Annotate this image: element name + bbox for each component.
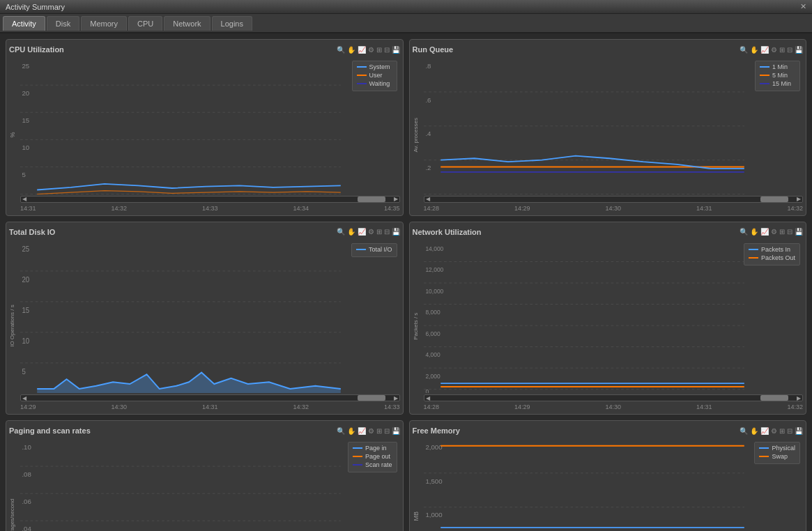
mem-y-label: MB: [413, 439, 424, 531]
disk-io-panel: Total Disk IO 🔍 ✋ 📈 ⚙ ⊞ ⊟ 💾 IO Operation…: [6, 222, 404, 415]
save-icon[interactable]: 💾: [392, 46, 400, 54]
tab-memory[interactable]: Memory: [81, 16, 127, 31]
mem-legend-swap: Swap: [759, 453, 795, 460]
mem-panel-header: Free Memory 🔍 ✋ 📈 ⚙ ⊞ ⊟ 💾: [413, 424, 804, 438]
dio-svg: 25 20 15 10 5 0: [20, 240, 400, 394]
pag-detach-icon[interactable]: ⊟: [384, 427, 390, 435]
tab-activity[interactable]: Activity: [3, 16, 45, 31]
rq-detach-icon[interactable]: ⊟: [787, 46, 792, 54]
cpu-legend-waiting: Waiting: [357, 80, 392, 87]
dio-x-1: 14:30: [111, 403, 127, 410]
mem-zoom-icon[interactable]: 🔍: [740, 427, 748, 435]
rq-15min-label: 15 Min: [772, 80, 791, 87]
dio-zoom-icon[interactable]: 🔍: [337, 228, 345, 236]
cpu-utilization-panel: CPU Utilization 🔍 ✋ 📈 ⚙ ⊞ ⊟ 💾 %: [6, 39, 404, 216]
cpu-scroll-thumb[interactable]: [358, 197, 385, 202]
dio-scroll-thumb[interactable]: [358, 395, 385, 401]
rq-x-4: 14:32: [787, 205, 803, 212]
pag-filter-icon[interactable]: ⚙: [368, 427, 374, 435]
net-scrollbar[interactable]: ◀ ▶: [424, 394, 804, 401]
tab-disk[interactable]: Disk: [47, 16, 79, 31]
cpu-legend-system: System: [357, 63, 392, 70]
tab-logins[interactable]: Logins: [212, 16, 252, 31]
dio-chart-inner: 25 20 15 10 5 0 Total I/: [20, 240, 400, 412]
network-panel: Network Utilization 🔍 ✋ 📈 ⚙ ⊞ ⊟ 💾 Packet…: [409, 222, 807, 415]
dio-scrollbar[interactable]: ◀ ▶: [20, 394, 400, 401]
mem-expand-icon[interactable]: ⊞: [779, 427, 785, 435]
rq-hand-icon[interactable]: ✋: [750, 46, 758, 54]
cpu-scroll-right[interactable]: ▶: [394, 196, 398, 202]
dio-legend-total: Total I/O: [356, 246, 392, 253]
rq-scroll-thumb[interactable]: [760, 197, 788, 202]
filter-icon[interactable]: ⚙: [368, 46, 374, 54]
rq-svg: .8 .6 .4 .2 .0: [424, 58, 804, 194]
dio-filter-icon[interactable]: ⚙: [368, 228, 374, 236]
svg-text:10: 10: [22, 337, 29, 345]
net-x-3: 14:31: [696, 403, 712, 410]
net-scroll-left[interactable]: ◀: [426, 395, 430, 401]
rq-save-icon[interactable]: 💾: [795, 46, 803, 54]
pag-zoom-icon[interactable]: 🔍: [337, 427, 345, 435]
mem-filter-icon[interactable]: ⚙: [771, 427, 777, 435]
svg-text:.06: .06: [22, 498, 31, 505]
svg-text:25: 25: [22, 62, 29, 70]
dio-scroll-right[interactable]: ▶: [394, 395, 398, 401]
net-scroll-right[interactable]: ▶: [797, 395, 801, 401]
rq-chart-icon[interactable]: 📈: [760, 46, 769, 54]
svg-text:.08: .08: [22, 470, 31, 478]
cpu-scrollbar[interactable]: ◀ ▶: [20, 196, 400, 203]
rq-filter-icon[interactable]: ⚙: [771, 46, 777, 54]
tab-bar: Activity Disk Memory CPU Network Logins: [0, 14, 812, 33]
detach-icon[interactable]: ⊟: [384, 46, 390, 54]
mem-detach-icon[interactable]: ⊟: [787, 427, 792, 435]
net-detach-icon[interactable]: ⊟: [787, 228, 792, 236]
rq-chart-area: Av. processes .8 .6 .4 .2 .0: [413, 58, 804, 213]
rq-scrollbar[interactable]: ◀ ▶: [424, 196, 804, 203]
pag-hand-icon[interactable]: ✋: [347, 427, 355, 435]
pag-expand-icon[interactable]: ⊞: [376, 427, 382, 435]
pag-chart-icon[interactable]: 📈: [358, 427, 366, 435]
net-scroll-thumb[interactable]: [760, 395, 788, 401]
dio-chart-icon[interactable]: 📈: [358, 228, 366, 236]
rq-scroll-right[interactable]: ▶: [797, 196, 801, 202]
dio-hand-icon[interactable]: ✋: [347, 228, 355, 236]
pag-svg-area: .10 .08 .06 .04 .02 .00: [20, 439, 400, 531]
hand-icon[interactable]: ✋: [347, 46, 355, 54]
dio-save-icon[interactable]: 💾: [392, 228, 400, 236]
cpu-x-0: 14:31: [20, 205, 36, 212]
tab-network[interactable]: Network: [164, 16, 210, 31]
net-svg-area: 14,000 12,000 10,000 8,000 6,000 4,000 2…: [424, 240, 804, 394]
zoom-icon[interactable]: 🔍: [337, 46, 345, 54]
dio-expand-icon[interactable]: ⊞: [376, 228, 382, 236]
net-filter-icon[interactable]: ⚙: [771, 228, 777, 236]
svg-text:20: 20: [22, 89, 29, 97]
cpu-x-2: 14:33: [202, 205, 218, 212]
dio-chart-area: IO Operations / s 25 20 15 10 5 0: [9, 240, 400, 412]
net-expand-icon[interactable]: ⊞: [779, 228, 785, 236]
rq-expand-icon[interactable]: ⊞: [779, 46, 785, 54]
svg-text:15: 15: [22, 116, 29, 124]
close-button[interactable]: ✕: [800, 2, 806, 11]
dio-detach-icon[interactable]: ⊟: [384, 228, 390, 236]
expand-icon[interactable]: ⊞: [376, 46, 382, 54]
chart-icon[interactable]: 📈: [358, 46, 366, 54]
net-legend-out: Packets Out: [749, 254, 795, 261]
mem-chart-icon[interactable]: 📈: [760, 427, 769, 435]
dio-scroll-left[interactable]: ◀: [22, 395, 26, 401]
net-chart-icon[interactable]: 📈: [760, 228, 769, 236]
cpu-chart-inner: 25 20 15 10 5 0: [20, 58, 400, 213]
net-save-icon[interactable]: 💾: [795, 228, 803, 236]
svg-text:2,000: 2,000: [425, 443, 443, 451]
pag-save-icon[interactable]: 💾: [392, 427, 400, 435]
rq-scroll-left[interactable]: ◀: [426, 196, 430, 202]
tab-cpu[interactable]: CPU: [128, 16, 162, 31]
run-queue-panel: Run Queue 🔍 ✋ 📈 ⚙ ⊞ ⊟ 💾 Av. processes: [409, 39, 807, 216]
page-in-label: Page in: [365, 445, 387, 452]
net-hand-icon[interactable]: ✋: [750, 228, 758, 236]
mem-hand-icon[interactable]: ✋: [750, 427, 758, 435]
mem-save-icon[interactable]: 💾: [795, 427, 803, 435]
svg-text:4,000: 4,000: [425, 351, 440, 358]
cpu-scroll-left[interactable]: ◀: [22, 196, 26, 202]
net-zoom-icon[interactable]: 🔍: [740, 228, 748, 236]
rq-zoom-icon[interactable]: 🔍: [740, 46, 748, 54]
